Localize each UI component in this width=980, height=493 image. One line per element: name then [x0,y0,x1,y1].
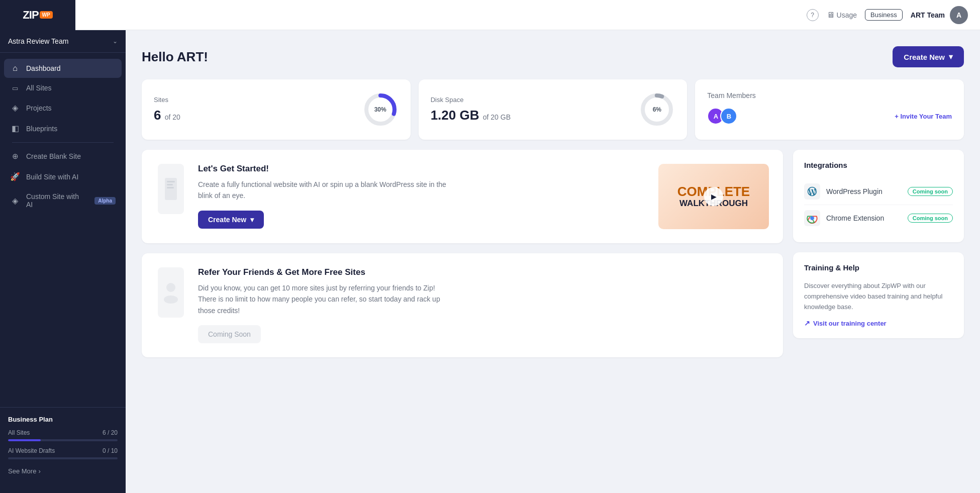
alpha-badge: Alpha [94,197,116,205]
see-more-button[interactable]: See More › [8,465,41,477]
build-ai-icon: 🚀 [10,172,20,181]
sidebar-item-label-build-ai: Build Site with AI [26,173,78,181]
get-started-ghost-icon [158,164,184,214]
user-name-label: ART Team [911,11,945,19]
team-card-title: Team Members [707,91,952,100]
right-col: Integrations WordPress Plugin Coming soo… [793,150,964,357]
main-content: Hello ART! Create New ▾ Sites 6 of 20 [126,30,980,493]
create-new-label: Create New [904,53,945,61]
wordpress-icon [804,183,820,200]
svg-rect-6 [167,184,173,185]
user-info[interactable]: ART Team A [911,6,968,24]
get-started-desc: Create a fully functional website with A… [198,179,449,202]
team-avatars: A B + Invite Your Team [707,108,952,125]
monitor-icon: 🖥 [827,11,835,20]
training-card: Training & Help Discover everything abou… [793,252,964,338]
projects-icon: ◈ [10,103,20,113]
get-started-icon-area [156,164,186,214]
sites-stat-info: Sites 6 of 20 [154,96,180,123]
help-button[interactable]: ? [807,9,819,21]
svg-rect-5 [167,181,175,182]
integration-chrome: Chrome Extension Coming soon [804,205,953,231]
blueprints-icon: ◧ [10,124,20,133]
sites-donut-label: 30% [374,106,386,113]
disk-stat-label: Disk Space [431,96,511,104]
usage-button[interactable]: 🖥 Usage [827,11,857,20]
disk-stat-value: 1.20 GB of 20 GB [431,108,511,123]
refer-body: Refer Your Friends & Get More Free Sites… [198,267,769,343]
business-badge-button[interactable]: Business [865,9,903,21]
see-more-label: See More [8,467,36,475]
bottom-grid: Let's Get Started! Create a fully functi… [142,150,964,357]
drafts-progress-bar [8,457,118,459]
sidebar-plan: Business Plan All Sites 6 / 20 AI Websit… [0,407,126,485]
disk-stat-card: Disk Space 1.20 GB of 20 GB 6% [419,79,688,140]
get-started-body: Let's Get Started! Create a fully functi… [198,164,646,229]
refer-title: Refer Your Friends & Get More Free Sites [198,267,769,277]
disk-donut-label: 6% [653,106,661,113]
refer-coming-soon-button: Coming Soon [198,325,261,343]
plan-title: Business Plan [8,416,118,423]
team-members-card: Team Members A B + Invite Your Team [695,79,964,140]
training-link[interactable]: ↗ Visit our training center [804,319,953,327]
integration-wordpress-left: WordPress Plugin [804,183,883,200]
integration-chrome-left: Chrome Extension [804,210,884,226]
refer-cta-label: Coming Soon [208,330,251,338]
sites-stat-label: Sites [154,96,180,104]
team-selector[interactable]: Astra Review Team ⌄ [0,30,126,53]
usage-label: Usage [837,11,857,19]
left-col: Let's Get Started! Create a fully functi… [142,150,783,357]
sidebar-item-blueprints[interactable]: ◧ Blueprints [4,119,122,138]
sites-progress-fill [8,439,41,441]
chevron-down-icon: ⌄ [113,38,118,45]
chevron-right-icon: › [38,467,40,475]
top-nav-right: ? 🖥 Usage Business ART Team A [807,6,968,24]
create-new-button[interactable]: Create New ▾ [893,46,964,67]
get-started-cta-label: Create New [208,216,246,224]
svg-point-8 [166,283,175,292]
plan-stat-value-drafts: 0 / 10 [103,447,118,454]
logo: ZIP WP [0,0,75,30]
sidebar-item-custom-ai[interactable]: ◈ Custom Site with AI Alpha [4,187,122,214]
help-icon: ? [807,9,819,21]
training-title: Training & Help [804,263,953,272]
sidebar-item-label-blueprints: Blueprints [26,125,57,133]
page-title: Hello ART! [142,49,208,65]
sidebar-nav: ⌂ Dashboard ▭ All Sites ◈ Projects ◧ Blu… [0,53,126,407]
sidebar: Astra Review Team ⌄ ⌂ Dashboard ▭ All Si… [0,30,126,493]
disk-donut: 6% [639,91,675,128]
svg-point-9 [164,295,178,304]
create-blank-icon: ⊕ [10,152,20,161]
sites-progress-bar [8,439,118,441]
integrations-card: Integrations WordPress Plugin Coming soo… [793,150,964,242]
dashboard-icon: ⌂ [10,64,20,73]
integration-wordpress: WordPress Plugin Coming soon [804,178,953,205]
invite-team-label: + Invite Your Team [895,113,952,120]
refer-desc: Did you know, you can get 10 more sites … [198,282,449,316]
sidebar-item-label-projects: Projects [26,104,52,112]
sidebar-item-create-blank[interactable]: ⊕ Create Blank Site [4,147,122,166]
play-button[interactable]: ▶ [704,187,723,206]
logo-text: ZIP [23,9,38,22]
sidebar-item-all-sites[interactable]: ▭ All Sites [4,79,122,97]
business-badge-label: Business [870,11,897,19]
plan-stat-sites: All Sites 6 / 20 [8,429,118,436]
custom-ai-icon: ◈ [10,196,20,206]
avatar: A [950,6,968,24]
get-started-cta-button[interactable]: Create New ▾ [198,211,264,229]
sidebar-item-build-ai[interactable]: 🚀 Build Site with AI [4,167,122,186]
training-desc: Discover everything about ZipWP with our… [804,281,953,312]
sites-stat-card: Sites 6 of 20 30% [142,79,411,140]
svg-rect-7 [167,187,174,188]
dropdown-arrow-icon: ▾ [949,52,953,61]
invite-team-link[interactable]: + Invite Your Team [895,113,952,120]
sidebar-item-projects[interactable]: ◈ Projects [4,98,122,118]
disk-stat-info: Disk Space 1.20 GB of 20 GB [431,96,511,123]
sidebar-team-name: Astra Review Team [8,37,68,45]
avatar-group: A B [707,108,737,125]
sites-stat-value: 6 of 20 [154,108,180,123]
chrome-coming-soon-badge: Coming soon [908,214,953,223]
sidebar-item-dashboard[interactable]: ⌂ Dashboard [4,59,122,78]
top-navbar: ZIP WP ? 🖥 Usage Business ART Team A [0,0,980,30]
get-started-media[interactable]: COMPLETE WALKTHROUGH ▶ [658,164,769,229]
